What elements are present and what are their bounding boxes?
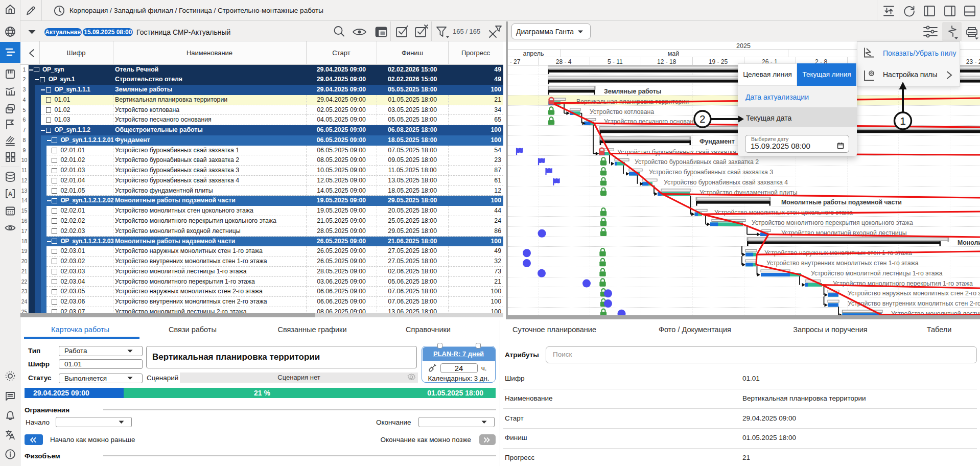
svg-text:1: 1 [900,115,906,127]
svg-text:2: 2 [699,113,705,125]
